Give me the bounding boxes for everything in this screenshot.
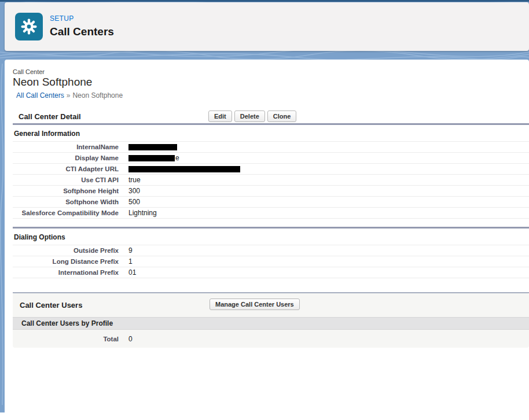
field-value: 1 — [119, 257, 133, 266]
field-label: Display Name — [13, 154, 119, 161]
detail-title: Call Center Detail — [19, 112, 81, 121]
field-label: Softphone Width — [13, 198, 119, 205]
field-row-long-distance-prefix: Long Distance Prefix1 — [13, 256, 529, 267]
redacted-value — [128, 155, 175, 161]
breadcrumb-separator: » — [67, 91, 71, 100]
field-label: Salesforce Compatibility Mode — [13, 209, 119, 216]
field-rows: Outside Prefix9Long Distance Prefix1Inte… — [13, 245, 529, 278]
field-row-total: Total0 — [13, 330, 529, 348]
users-subheader: Call Center Users by Profile — [13, 317, 529, 330]
field-label: Use CTI API — [13, 176, 119, 183]
field-value: e — [119, 154, 179, 162]
call-center-users-block: Call Center Users Manage Call Center Use… — [13, 292, 529, 348]
field-row-internalname: InternalName — [13, 142, 529, 153]
field-label: InternalName — [13, 143, 119, 150]
setup-header: SETUP Call Centers — [5, 2, 529, 51]
breadcrumb-current: Neon Softphone — [72, 91, 123, 100]
users-rows: Total0 — [13, 330, 529, 348]
clone-button[interactable]: Clone — [267, 110, 297, 122]
setup-call-centers-page: SETUP Call Centers Call Center Neon Soft… — [0, 0, 529, 420]
detail-buttons: EditDeleteClone — [208, 110, 296, 122]
window-top-edge — [0, 0, 529, 2]
field-row-softphone-width: Softphone Width500 — [13, 197, 529, 208]
field-label: Softphone Height — [13, 187, 119, 194]
field-value: 300 — [119, 187, 140, 195]
breadcrumb-link-all-call-centers[interactable]: All Call Centers — [16, 91, 64, 100]
field-row-international-prefix: International Prefix01 — [13, 267, 529, 278]
section-heading: General Information — [13, 125, 529, 141]
section-general-information: General InformationInternalNameDisplay N… — [13, 125, 529, 219]
field-label: Long Distance Prefix — [13, 258, 119, 265]
detail-sections: General InformationInternalNameDisplay N… — [13, 125, 529, 278]
field-row-outside-prefix: Outside Prefix9 — [13, 245, 529, 256]
field-value — [119, 144, 178, 150]
field-value: true — [119, 176, 141, 184]
field-label: Outside Prefix — [13, 247, 119, 254]
field-label: CTI Adapter URL — [13, 165, 119, 172]
page-title: Call Centers — [50, 25, 114, 38]
field-row-softphone-height: Softphone Height300 — [13, 186, 529, 197]
field-value: 0 — [119, 335, 133, 343]
detail-header: Call Center Detail EditDeleteClone — [13, 109, 529, 125]
field-rows: InternalNameDisplay NameeCTI Adapter URL… — [13, 141, 529, 219]
object-type-label: Call Center — [13, 68, 529, 75]
field-row-use-cti-api: Use CTI APItrue — [13, 175, 529, 186]
edit-button[interactable]: Edit — [208, 110, 232, 122]
field-value: 01 — [119, 268, 136, 277]
delete-button[interactable]: Delete — [234, 110, 265, 122]
field-row-cti-adapter-url: CTI Adapter URL — [13, 164, 529, 175]
field-label: Total — [13, 336, 119, 342]
users-buttons: Manage Call Center Users — [210, 299, 300, 310]
field-row-salesforce-compatibility-mode: Salesforce Compatibility ModeLightning — [13, 208, 529, 219]
redacted-value — [128, 144, 177, 150]
field-value — [119, 166, 241, 172]
setup-gear-icon — [15, 13, 43, 40]
redacted-value — [128, 166, 240, 172]
field-row-display-name: Display Namee — [13, 153, 529, 164]
field-value: Lightning — [119, 209, 157, 217]
section-heading: Dialing Options — [13, 229, 529, 245]
users-title: Call Center Users — [20, 301, 82, 310]
setup-eyebrow: SETUP — [50, 14, 74, 23]
users-header: Call Center Users Manage Call Center Use… — [13, 293, 529, 317]
field-label: International Prefix — [13, 269, 119, 276]
section-dialing-options: Dialing OptionsOutside Prefix9Long Dista… — [13, 227, 529, 278]
call-center-detail-block: Call Center Detail EditDeleteClone Gener… — [13, 109, 529, 278]
manage-call-center-users-button[interactable]: Manage Call Center Users — [210, 299, 300, 310]
field-value: 500 — [119, 198, 140, 206]
content-card: Call Center Neon Softphone All Call Cent… — [5, 60, 529, 420]
record-title: Neon Softphone — [13, 76, 529, 89]
breadcrumb: All Call Centers»Neon Softphone — [16, 91, 529, 100]
field-value: 9 — [119, 246, 133, 255]
